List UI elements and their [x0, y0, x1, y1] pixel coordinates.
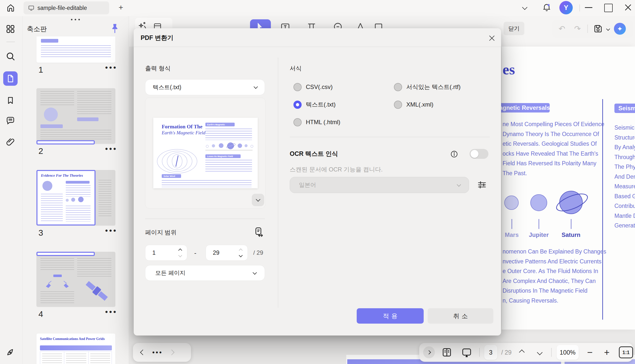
page-up-icon[interactable]: [519, 350, 525, 355]
next-page-icon[interactable]: [169, 350, 175, 355]
redo-icon[interactable]: ↷: [574, 24, 581, 34]
cancel-button[interactable]: 취소: [428, 308, 493, 324]
window-divider: [579, 4, 580, 12]
page-to-input[interactable]: 29: [206, 245, 248, 261]
close-window-button[interactable]: [623, 3, 632, 12]
doc-text-left: ne Most Compelling Pieces Of Evidence Dy…: [503, 120, 604, 178]
panel-title: 축소판: [27, 24, 47, 34]
document-tab[interactable]: sample-file-editable: [24, 2, 109, 14]
tab-title: sample-file-editable: [38, 5, 87, 12]
preview-title-1: Formation Of The: [162, 124, 202, 130]
prev-page-icon[interactable]: [140, 350, 146, 355]
thumbnail-page-1[interactable]: [37, 36, 115, 63]
page-layout-icon[interactable]: [441, 347, 452, 358]
save-options-chevron-icon[interactable]: [606, 27, 610, 31]
comments-icon[interactable]: [3, 114, 18, 128]
mini-page-title: Evidence For The Theories: [41, 174, 95, 178]
preview-document: Formation Of The Earth's Magnetic Field …: [153, 118, 258, 188]
expand-toolbar-button[interactable]: [423, 346, 435, 358]
close-document-button[interactable]: 닫기: [504, 22, 524, 35]
pen-tool-icon[interactable]: [3, 345, 18, 359]
radio-csv[interactable]: CSV(.csv): [293, 82, 333, 92]
modal-title: PDF 변환기: [141, 34, 173, 42]
page-total-text: / 29: [253, 249, 263, 256]
home-icon[interactable]: [6, 3, 15, 13]
actual-size-button[interactable]: 1:1: [619, 346, 633, 358]
attachment-icon[interactable]: [3, 135, 18, 149]
pen-shape-tool-icon[interactable]: [355, 22, 366, 28]
page-menu-button[interactable]: •••: [105, 66, 118, 69]
preview-badge-1: Earth's Magnetic: [205, 123, 235, 126]
planet-label: Saturn: [560, 232, 582, 238]
new-tab-button[interactable]: +: [119, 3, 123, 12]
app-window: sample-file-editable + Y: [0, 0, 635, 364]
doc-badge-left: agnetic Reversals: [500, 103, 550, 112]
page-to-value: 29: [213, 249, 219, 256]
maximize-button[interactable]: [604, 4, 613, 12]
ocr-settings-icon[interactable]: [477, 180, 487, 190]
thumbnail-page-2[interactable]: [37, 88, 115, 144]
save-icon[interactable]: [593, 24, 603, 34]
columns-tool-icon[interactable]: [306, 22, 317, 28]
radio-label: 서식있는 텍스트(.rtf): [406, 83, 461, 91]
thumbnails-panel-icon[interactable]: [3, 71, 18, 86]
nav-more-button[interactable]: •••: [152, 349, 163, 356]
ai-assistant-icon[interactable]: [614, 23, 626, 35]
planet-tick: [571, 219, 571, 229]
page-menu-button[interactable]: •••: [105, 148, 118, 150]
apps-grid-icon[interactable]: [3, 22, 18, 36]
avatar[interactable]: Y: [559, 1, 573, 14]
notifications-bell-icon[interactable]: [542, 2, 552, 12]
page-range-icon[interactable]: [253, 226, 264, 238]
zoom-out-button[interactable]: −: [587, 347, 592, 358]
info-icon[interactable]: [450, 150, 458, 158]
radio-txt[interactable]: 텍스트(.txt): [293, 100, 336, 109]
modal-close-icon[interactable]: [488, 34, 496, 42]
ocr-toggle[interactable]: [470, 149, 488, 159]
select-tool-active[interactable]: [250, 19, 271, 28]
page-from-stepper[interactable]: [179, 249, 182, 257]
viewport-indicator-bottom[interactable]: [37, 252, 95, 256]
modal-column-divider: [278, 58, 278, 308]
page-number: 2: [39, 146, 43, 156]
thumbnail-page-5[interactable]: Satellite Communications And Power Grids: [37, 334, 115, 364]
shape-circle-tool-icon[interactable]: [333, 22, 343, 28]
titlebar: sample-file-editable + Y: [0, 0, 635, 16]
page-total-label: / 29: [501, 349, 512, 356]
ocr-language-dropdown[interactable]: 일본어: [290, 177, 469, 193]
undo-icon[interactable]: ↶: [559, 24, 565, 34]
rect-tool-icon[interactable]: [373, 22, 384, 28]
page-menu-button[interactable]: •••: [105, 311, 118, 313]
tabs-chevron-icon[interactable]: [523, 6, 527, 10]
viewport-indicator-top[interactable]: [37, 140, 95, 144]
page-menu-button[interactable]: •••: [105, 230, 118, 232]
minimize-button[interactable]: [585, 7, 592, 8]
page-from-input[interactable]: 1: [145, 245, 187, 261]
divider: [551, 348, 552, 357]
modal-header-divider: [134, 46, 501, 47]
pin-icon[interactable]: [110, 23, 120, 34]
panel-drag-handle[interactable]: [71, 19, 80, 20]
search-icon[interactable]: [3, 49, 18, 64]
page-to-stepper[interactable]: [239, 249, 242, 257]
preview-scroll-down-button[interactable]: [252, 194, 264, 206]
thumbnail-page-3[interactable]: Evidence For The Theories: [37, 170, 115, 226]
output-format-dropdown[interactable]: 텍스트(.txt): [145, 79, 265, 95]
radio-xml[interactable]: XML(.xml): [394, 100, 433, 109]
page-mode-dropdown[interactable]: 모든 페이지: [145, 265, 265, 281]
left-divider: [145, 218, 265, 219]
radio-html[interactable]: HTML (.html): [293, 118, 340, 126]
apply-button[interactable]: 적용: [357, 308, 424, 324]
current-page-input[interactable]: 3: [484, 345, 497, 360]
format-label: 서식: [290, 64, 302, 72]
zoom-level-input[interactable]: 100%: [557, 345, 579, 360]
zoom-in-button[interactable]: +: [604, 347, 609, 358]
thumbnail-page-4[interactable]: [37, 252, 115, 307]
preview-badge-2: Loses Its Magnetic Field: [205, 154, 241, 158]
radio-rtf[interactable]: 서식있는 텍스트(.rtf): [394, 82, 461, 92]
doc-badge-right: Seismi: [614, 104, 635, 113]
page-down-icon[interactable]: [537, 350, 542, 355]
text-tool-icon[interactable]: [280, 22, 290, 28]
presentation-icon[interactable]: [461, 347, 472, 358]
bookmark-icon[interactable]: [3, 93, 18, 108]
